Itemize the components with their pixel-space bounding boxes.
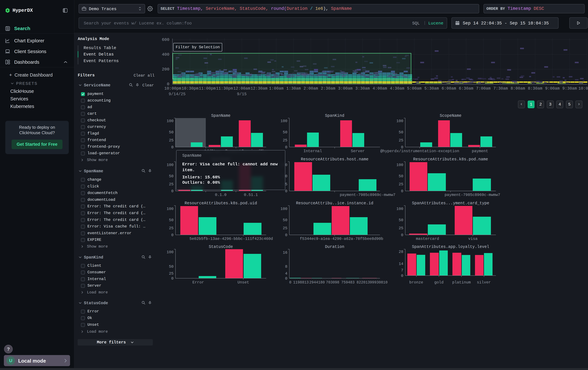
- svg-text:4:00am: 4:00am: [373, 86, 387, 91]
- svg-text:2944180: 2944180: [309, 280, 325, 285]
- svg-text:0: 0: [167, 82, 169, 87]
- svg-text:100: 100: [396, 163, 403, 167]
- svg-text:9:00am: 9:00am: [545, 86, 560, 91]
- svg-text:25: 25: [283, 138, 287, 142]
- svg-text:SpanName: SpanName: [211, 113, 231, 118]
- svg-text:0: 0: [171, 276, 174, 281]
- svg-text:4:30am: 4:30am: [390, 86, 404, 91]
- svg-text:99930810: 99930810: [370, 280, 388, 285]
- svg-text:0: 0: [401, 274, 403, 278]
- svg-text:25: 25: [283, 226, 287, 230]
- svg-text:1198813: 1198813: [293, 280, 309, 285]
- svg-text:ResourceAttributes.k8s.pod.nam: ResourceAttributes.k8s.pod.name: [413, 157, 488, 162]
- svg-text:Unset: Unset: [238, 280, 249, 285]
- svg-text:0: 0: [171, 145, 174, 150]
- svg-text:ResourceAttribu..ice.instance.: ResourceAttribu..ice.instance.id: [296, 201, 373, 206]
- svg-text:platinum: platinum: [452, 280, 471, 285]
- svg-text:2:30am: 2:30am: [321, 86, 335, 91]
- svg-text:7:30am: 7:30am: [493, 86, 508, 91]
- svg-text:0.1.0: 0.1.0: [215, 193, 227, 197]
- svg-text:9/14/25: 9/14/25: [168, 92, 186, 97]
- svg-text:25: 25: [169, 226, 174, 230]
- svg-text:SpanAttributes.app.loyalty.lev: SpanAttributes.app.loyalty.level: [412, 245, 489, 249]
- svg-text:6:00am: 6:00am: [442, 86, 456, 91]
- svg-text:StatusCode: StatusCode: [209, 245, 233, 249]
- svg-text:@hyperdx/instrumentation-excep: @hyperdx/instrumentation-exception: [380, 149, 459, 153]
- svg-text:5e02b5fb-13ae-4296-bbbc-111f42: 5e02b5fb-13ae-4296-bbbc-111f423c460d: [189, 237, 273, 241]
- svg-text:11:30pm: 11:30pm: [216, 86, 233, 91]
- svg-text:7: 7: [401, 268, 403, 272]
- svg-text:0: 0: [171, 189, 174, 193]
- svg-text:8: 8: [285, 264, 287, 269]
- svg-text:16: 16: [283, 250, 287, 255]
- svg-text:2:00am: 2:00am: [304, 86, 318, 91]
- svg-text:3:00am: 3:00am: [338, 86, 353, 91]
- svg-text:100: 100: [281, 207, 287, 211]
- svg-text:12:30am: 12:30am: [251, 86, 267, 91]
- svg-text:9/15: 9/15: [237, 92, 247, 97]
- svg-text:400: 400: [162, 52, 169, 57]
- svg-text:10:30pm: 10:30pm: [182, 86, 199, 91]
- svg-text:ResourceAttributes.k8s.pod.uid: ResourceAttributes.k8s.pod.uid: [185, 201, 257, 206]
- svg-text:50: 50: [169, 130, 174, 134]
- svg-text:100: 100: [396, 207, 403, 211]
- svg-text:Error: Error: [192, 280, 204, 285]
- svg-text:0: 0: [401, 145, 403, 150]
- svg-text:SpanAttributes...yment.card_ty: SpanAttributes...yment.card_type: [412, 201, 489, 206]
- svg-text:f5344ec9-a1ea-4290-a62a-78f5be: f5344ec9-a1ea-4290-a62a-78f5bee8d90b: [300, 237, 383, 241]
- svg-text:0.51.1: 0.51.1: [244, 193, 258, 197]
- svg-text:0: 0: [401, 189, 403, 193]
- svg-text:100: 100: [281, 119, 287, 123]
- svg-text:12:00am: 12:00am: [233, 86, 250, 91]
- svg-text:100: 100: [167, 250, 174, 254]
- svg-text:14: 14: [399, 262, 403, 266]
- svg-text:100: 100: [167, 119, 174, 123]
- svg-text:0: 0: [289, 280, 291, 285]
- svg-text:822013: 822013: [357, 280, 370, 285]
- svg-text:ResourceAttributes.host.name: ResourceAttributes.host.name: [301, 157, 368, 162]
- svg-text:silver: silver: [477, 280, 491, 285]
- svg-text:9:30am: 9:30am: [562, 86, 577, 91]
- svg-text:0: 0: [285, 145, 287, 150]
- svg-text:6:30am: 6:30am: [459, 86, 473, 91]
- svg-text:Internal: Internal: [303, 149, 322, 153]
- svg-text:600: 600: [162, 37, 169, 42]
- svg-text:100: 100: [167, 207, 174, 211]
- svg-text:3:30am: 3:30am: [355, 86, 370, 91]
- svg-text:25: 25: [169, 182, 174, 186]
- svg-text:7:00am: 7:00am: [476, 86, 491, 91]
- svg-text:8:00am: 8:00am: [511, 86, 525, 91]
- svg-text:25: 25: [169, 138, 174, 142]
- svg-text:Duration: Duration: [325, 245, 344, 249]
- svg-text:50: 50: [169, 218, 174, 222]
- svg-text:payment-7985c8969c-mwmw7: payment-7985c8969c-mwmw7: [445, 193, 500, 197]
- svg-text:25: 25: [399, 138, 403, 142]
- svg-text:0: 0: [285, 276, 287, 281]
- svg-text:payment-7985c8969c-mwmw7: payment-7985c8969c-mwmw7: [340, 193, 395, 197]
- svg-text:25: 25: [399, 226, 403, 230]
- svg-text:1:00am: 1:00am: [269, 86, 284, 91]
- svg-text:mastercard: mastercard: [416, 237, 439, 241]
- svg-text:0: 0: [285, 189, 287, 193]
- svg-text:0: 0: [171, 233, 174, 237]
- svg-text:10:00pm: 10:00pm: [164, 86, 181, 91]
- svg-text:0: 0: [285, 233, 287, 237]
- svg-text:8:30am: 8:30am: [528, 86, 542, 91]
- svg-text:4: 4: [285, 271, 287, 276]
- svg-text:ScopeName: ScopeName: [440, 113, 462, 118]
- svg-text:50: 50: [169, 264, 174, 269]
- svg-text:50: 50: [283, 218, 287, 222]
- svg-text:100: 100: [167, 163, 174, 167]
- svg-text:703098: 703098: [326, 280, 339, 285]
- svg-text:11:00pm: 11:00pm: [199, 86, 216, 91]
- svg-text:25: 25: [399, 182, 403, 186]
- svg-text:25: 25: [169, 271, 174, 276]
- svg-text:50: 50: [399, 174, 403, 178]
- svg-text:50: 50: [399, 218, 403, 222]
- svg-text:visa: visa: [468, 237, 478, 241]
- svg-text:payment: payment: [472, 149, 488, 153]
- svg-text:50: 50: [169, 174, 174, 178]
- svg-text:50: 50: [283, 130, 287, 134]
- svg-text:50: 50: [399, 130, 403, 134]
- svg-text:5:00am: 5:00am: [407, 86, 421, 91]
